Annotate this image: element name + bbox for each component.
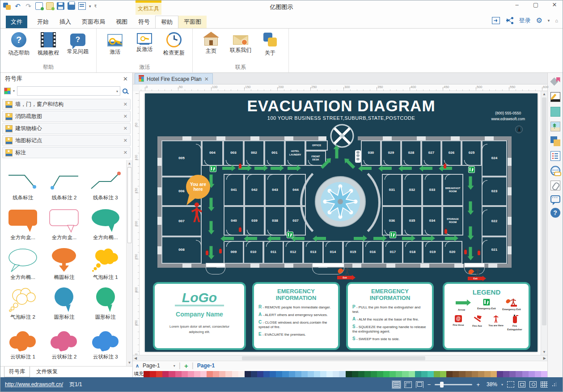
split-view-icon[interactable] [404, 381, 412, 388]
preview-button[interactable] [78, 2, 86, 10]
page-tab[interactable]: Page-1 [197, 362, 215, 369]
library-filter-icon[interactable] [4, 88, 11, 94]
color-swatch[interactable] [219, 371, 225, 377]
faq-button[interactable]: 常见问题 [64, 31, 92, 57]
import-button[interactable] [35, 2, 43, 10]
color-swatch[interactable] [276, 371, 282, 377]
color-swatch[interactable] [333, 371, 339, 377]
add-page-button[interactable]: + [184, 362, 188, 370]
color-swatch[interactable] [466, 371, 472, 377]
notes-icon[interactable] [550, 151, 560, 161]
library-search-input[interactable]: ▾ [17, 86, 120, 96]
settings-dropdown-icon[interactable]: ▾ [548, 18, 550, 23]
category-close-icon[interactable]: ✕ [123, 101, 127, 107]
zoom-slider-knob[interactable] [440, 382, 444, 388]
shape-cloud-filled[interactable]: 气泡标注 1 [85, 241, 126, 281]
color-swatch[interactable] [213, 371, 219, 377]
color-swatch[interactable] [175, 371, 182, 377]
collapse-pagebar-icon[interactable]: ∧ [135, 363, 139, 369]
category-close-icon[interactable]: ✕ [123, 126, 127, 131]
color-swatch[interactable] [522, 371, 529, 377]
color-swatch[interactable] [434, 371, 440, 377]
zoom-out-button[interactable]: − [428, 381, 431, 388]
shape-cloud[interactable]: 云状标注 3 [85, 321, 126, 361]
qat-customize-icon[interactable]: ₹ [94, 4, 97, 8]
normal-view-icon[interactable] [393, 381, 400, 388]
login-link[interactable]: 登录 [519, 17, 530, 25]
library-category[interactable]: 标注✕ [2, 147, 131, 158]
activate-button[interactable]: 激活 [101, 31, 129, 57]
zoom-slider[interactable] [435, 384, 472, 385]
select-region-icon[interactable] [507, 381, 514, 388]
zoom-in-button[interactable]: + [476, 381, 480, 388]
shape-line2[interactable]: 线条标注 2 [43, 162, 85, 202]
color-swatch[interactable] [472, 371, 478, 377]
export-icon[interactable] [492, 17, 500, 24]
color-swatch[interactable] [346, 371, 352, 377]
hscroll-thumb[interactable] [242, 356, 425, 360]
emergency-info-card-2[interactable]: EMERGENCY INFORMATION P - PULL the pin f… [346, 282, 434, 350]
color-swatch[interactable] [270, 371, 276, 377]
close-button[interactable]: ✕ [550, 1, 559, 8]
document-tab[interactable]: Hotel Fire Escape Plan ✕ [135, 73, 213, 84]
tab-file[interactable]: 文件 [6, 16, 27, 28]
color-swatch[interactable] [257, 371, 263, 377]
category-close-icon[interactable]: ✕ [123, 150, 127, 156]
vscroll-thumb[interactable] [542, 97, 546, 325]
color-swatch[interactable] [459, 371, 465, 377]
color-swatch[interactable] [251, 371, 257, 377]
collapse-ribbon-icon[interactable]: ⌂ [555, 18, 558, 23]
color-swatch[interactable] [509, 371, 516, 377]
video-tutorial-button[interactable]: 视频教程 [34, 31, 62, 57]
color-swatch[interactable] [320, 371, 326, 377]
color-swatch[interactable] [194, 371, 200, 377]
vertical-scrollbar[interactable]: ▲ ▼ [541, 91, 547, 355]
color-swatch[interactable] [188, 371, 194, 377]
category-close-icon[interactable]: ✕ [123, 114, 127, 119]
color-swatch[interactable] [440, 371, 446, 377]
color-swatch[interactable] [207, 371, 213, 377]
color-swatch[interactable] [358, 371, 364, 377]
tab-插入[interactable]: 插入 [54, 16, 76, 28]
color-swatch[interactable] [238, 371, 245, 377]
color-swatch[interactable] [314, 371, 320, 377]
color-swatch[interactable] [182, 371, 188, 377]
tab-file-recovery[interactable]: 文件恢复 [32, 367, 62, 377]
color-swatch[interactable] [326, 371, 333, 377]
minimize-button[interactable]: – [512, 1, 521, 8]
tab-symbol-library[interactable]: 符号库 [4, 367, 30, 377]
tab-帮助[interactable]: 帮助 [155, 16, 178, 28]
fill-color-icon[interactable] [550, 77, 560, 87]
color-swatch[interactable] [453, 371, 459, 377]
snapshot-button[interactable] [46, 2, 54, 10]
color-swatch[interactable] [396, 371, 402, 377]
color-swatch[interactable] [484, 371, 491, 377]
color-swatch[interactable] [478, 371, 484, 377]
presentation-view-icon[interactable] [416, 381, 423, 388]
horizontal-scrollbar[interactable]: ◀ ▶ [133, 355, 547, 361]
legend-card[interactable]: LEGEND ArrowEmergency ExitEmergency Exit… [443, 282, 530, 350]
color-swatch[interactable] [409, 371, 415, 377]
qat-dropdown-icon[interactable]: ▾ [89, 4, 91, 8]
library-category[interactable]: 墙，门，窗户和结构✕ [2, 99, 131, 110]
shape-cloud[interactable] [85, 361, 126, 366]
color-swatch[interactable] [402, 371, 408, 377]
shape-cloud[interactable]: 云状标注 2 [43, 321, 85, 361]
zoom-level[interactable]: 38% [484, 381, 497, 388]
check-update-button[interactable]: 检查更新 [160, 31, 188, 57]
color-swatch[interactable] [389, 371, 396, 377]
line-style-icon[interactable] [550, 92, 560, 102]
shape-cloud[interactable] [43, 361, 85, 366]
website-link[interactable]: http://www.edrawsoft.cn/ [5, 381, 63, 388]
search-icon[interactable] [123, 89, 127, 93]
you-are-here-balloon[interactable]: You are here [186, 175, 210, 199]
tab-页面布局[interactable]: 页面布局 [76, 16, 110, 28]
help-icon[interactable] [550, 208, 560, 218]
grid-toggle-icon[interactable] [541, 381, 548, 388]
contact-us-button[interactable]: 联系我们 [227, 31, 254, 57]
scrollbar-thumb[interactable] [127, 167, 131, 243]
color-swatch[interactable] [421, 371, 428, 377]
scroll-down-icon[interactable]: ▼ [542, 350, 546, 354]
color-swatch[interactable] [516, 371, 522, 377]
theme-icon[interactable] [550, 136, 560, 146]
